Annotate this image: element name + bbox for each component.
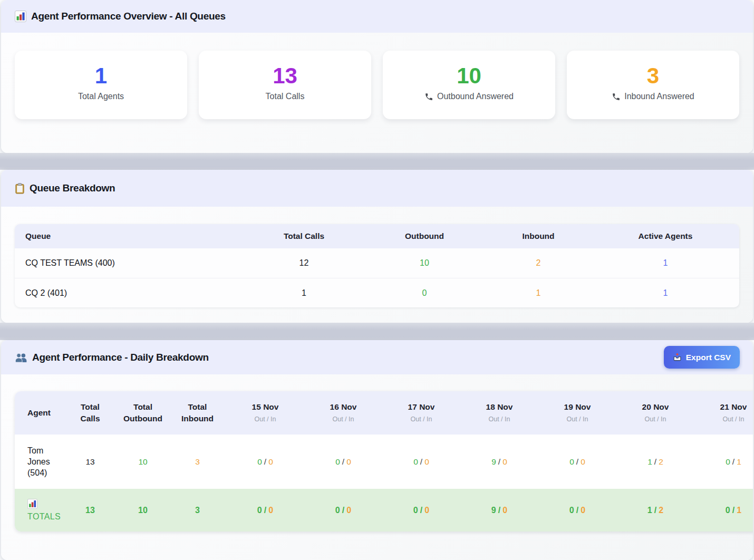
agent-day-value: 0/0 [538, 457, 616, 467]
col-day: 19 NovOut / In [538, 401, 616, 424]
agent-total-inbound: 3 [169, 457, 226, 467]
queue-breakdown-title: Queue Breakdown [30, 182, 115, 194]
totals-day-value: 0/0 [304, 506, 382, 515]
busts-icon [15, 352, 27, 363]
overview-title: Agent Performance Overview - All Queues [31, 11, 226, 22]
col-inbound: Inbound [485, 231, 592, 241]
col-total-calls: Total Calls [63, 401, 117, 424]
total-calls-label: Total Calls [199, 92, 371, 101]
queue-name: CQ 2 (401) [15, 288, 244, 298]
totals-label: TOTALS [15, 499, 63, 522]
overview-panel: Agent Performance Overview - All Queues … [1, 0, 753, 153]
col-day: 18 NovOut / In [460, 401, 538, 424]
queue-total-calls: 12 [244, 258, 364, 268]
queue-table-row: CQ TEST TEAMS (400) 12 10 2 1 [15, 248, 739, 278]
queue-breakdown-body: Queue Total Calls Outbound Inbound Activ… [1, 207, 753, 323]
queue-total-calls: 1 [244, 288, 364, 298]
queue-table: Queue Total Calls Outbound Inbound Activ… [15, 224, 739, 307]
agent-day-value: 0/0 [304, 457, 382, 467]
col-active-agents: Active Agents [592, 231, 739, 241]
agent-day-value: 9/0 [460, 457, 538, 467]
totals-row: TOTALS 13 10 3 0/0 0/0 0/0 9/0 0/0 1/2 0… [15, 489, 753, 532]
queue-outbound: 0 [364, 288, 485, 298]
daily-breakdown-body: Agent Total Calls Total Outbound Total I… [1, 374, 753, 560]
stat-card-total-calls: 13 Total Calls [199, 51, 371, 119]
inbox-tray-icon [673, 353, 682, 362]
daily-table: Agent Total Calls Total Outbound Total I… [15, 391, 753, 532]
stat-card-inbound-answered: 3 Inbound Answered [567, 51, 739, 119]
agent-day-value: 0/0 [382, 457, 460, 467]
export-csv-label: Export CSV [686, 353, 731, 362]
totals-total-inbound: 3 [169, 506, 226, 515]
totals-total-outbound: 10 [117, 506, 169, 515]
outbound-answered-value: 10 [383, 65, 555, 87]
queue-breakdown-panel: Queue Breakdown Queue Total Calls Outbou… [1, 170, 753, 323]
queue-name: CQ TEST TEAMS (400) [15, 258, 244, 268]
totals-day-value: 9/0 [460, 506, 538, 515]
daily-table-header: Agent Total Calls Total Outbound Total I… [15, 391, 753, 435]
clipboard-icon [15, 183, 25, 194]
queue-active-agents: 1 [592, 258, 739, 268]
agent-day-value: 1/2 [616, 457, 694, 467]
agent-day-value: 0/1 [694, 457, 753, 467]
bar-chart-icon [15, 11, 26, 22]
inbound-answered-value: 3 [567, 65, 739, 87]
overview-body: 1 Total Agents 13 Total Calls 10 Outboun… [1, 33, 753, 153]
stat-card-total-agents: 1 Total Agents [15, 51, 187, 119]
section-gap [0, 323, 754, 340]
total-agents-value: 1 [15, 65, 187, 87]
totals-day-value: 0/0 [382, 506, 460, 515]
section-gap [0, 153, 754, 170]
queue-inbound: 2 [485, 258, 592, 268]
col-total-outbound: Total Outbound [117, 401, 169, 424]
phone-icon [612, 92, 621, 101]
bar-chart-icon [27, 499, 37, 509]
agent-total-outbound: 10 [117, 457, 169, 467]
totals-day-value: 0/1 [694, 506, 753, 515]
inbound-answered-label: Inbound Answered [624, 92, 694, 101]
total-calls-value: 13 [199, 65, 371, 87]
col-day: 16 NovOut / In [304, 401, 382, 424]
totals-day-value: 0/0 [226, 506, 304, 515]
col-day: 20 NovOut / In [616, 401, 694, 424]
daily-breakdown-header: Agent Performance - Daily Breakdown Expo… [1, 340, 753, 374]
totals-day-value: 1/2 [616, 506, 694, 515]
col-outbound: Outbound [364, 231, 485, 241]
agent-day-value: 0/0 [226, 457, 304, 467]
daily-breakdown-title: Agent Performance - Daily Breakdown [32, 352, 209, 363]
col-total-inbound: Total Inbound [169, 401, 226, 424]
queue-inbound: 1 [485, 288, 592, 298]
queue-active-agents: 1 [592, 288, 739, 298]
col-queue: Queue [15, 231, 244, 241]
export-csv-button[interactable]: Export CSV [664, 346, 740, 369]
queue-breakdown-header: Queue Breakdown [1, 170, 753, 207]
overview-header: Agent Performance Overview - All Queues [1, 0, 753, 33]
col-day: 15 NovOut / In [226, 401, 304, 424]
queue-outbound: 10 [364, 258, 485, 268]
outbound-answered-label: Outbound Answered [437, 92, 514, 101]
totals-day-value: 0/0 [538, 506, 616, 515]
agent-name: Tom Jones (504) [15, 445, 63, 478]
agent-total-calls: 13 [63, 457, 117, 467]
queue-table-row: CQ 2 (401) 1 0 1 1 [15, 278, 739, 307]
daily-breakdown-panel: Agent Performance - Daily Breakdown Expo… [1, 340, 753, 560]
col-day: 17 NovOut / In [382, 401, 460, 424]
col-agent: Agent [15, 407, 63, 419]
agent-row: Tom Jones (504) 13 10 3 0/0 0/0 0/0 9/0 … [15, 435, 753, 489]
queue-table-header: Queue Total Calls Outbound Inbound Activ… [15, 224, 739, 248]
col-total-calls: Total Calls [244, 231, 364, 241]
stat-card-outbound-answered: 10 Outbound Answered [383, 51, 555, 119]
phone-icon [424, 92, 433, 101]
col-day: 21 NovOut / In [694, 401, 753, 424]
totals-total-calls: 13 [63, 506, 117, 515]
total-agents-label: Total Agents [15, 92, 187, 101]
